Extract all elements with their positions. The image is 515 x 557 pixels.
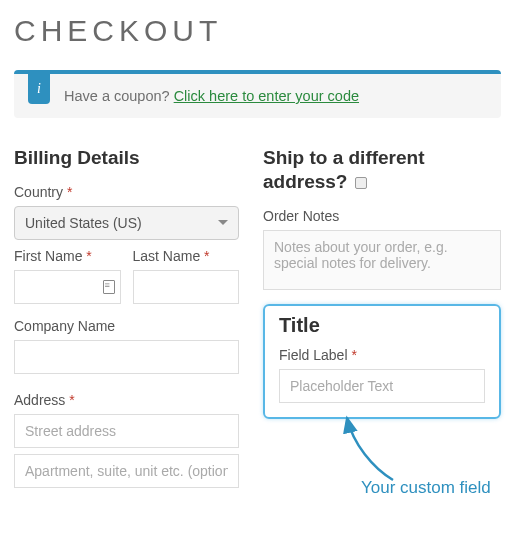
required-marker: * — [69, 392, 74, 408]
custom-field-box: Title Field Label * — [263, 304, 501, 419]
billing-heading: Billing Details — [14, 146, 239, 170]
last-name-input[interactable] — [133, 270, 240, 304]
address-label-text: Address — [14, 392, 65, 408]
company-input[interactable] — [14, 340, 239, 374]
first-name-label-text: First Name — [14, 248, 82, 264]
address-line1-input[interactable] — [14, 414, 239, 448]
required-marker: * — [204, 248, 209, 264]
country-label-text: Country — [14, 184, 63, 200]
annotation-arrow-icon — [333, 414, 413, 486]
order-notes-label: Order Notes — [263, 208, 501, 224]
order-notes-input[interactable] — [263, 230, 501, 290]
custom-field-label-text: Field Label — [279, 347, 348, 363]
required-marker: * — [86, 248, 91, 264]
coupon-notice: i Have a coupon? Click here to enter you… — [14, 70, 501, 118]
required-marker: * — [351, 347, 356, 363]
custom-field-title: Title — [279, 314, 485, 337]
coupon-notice-text: Have a coupon? — [64, 88, 174, 104]
company-label: Company Name — [14, 318, 239, 334]
custom-field-label: Field Label * — [279, 347, 485, 363]
country-select[interactable]: United States (US) — [14, 206, 239, 240]
country-label: Country * — [14, 184, 239, 200]
coupon-link[interactable]: Click here to enter your code — [174, 88, 359, 104]
ship-different-checkbox[interactable] — [355, 177, 367, 189]
ship-heading: Ship to a different address? — [263, 146, 501, 194]
address-label: Address * — [14, 392, 239, 408]
info-icon: i — [28, 74, 50, 104]
address-line2-input[interactable] — [14, 454, 239, 488]
country-value: United States (US) — [25, 215, 142, 231]
page-title: CHECKOUT — [14, 14, 501, 48]
custom-field-input[interactable] — [279, 369, 485, 403]
last-name-label-text: Last Name — [133, 248, 201, 264]
contact-card-icon — [103, 280, 115, 294]
last-name-label: Last Name * — [133, 248, 240, 264]
annotation-label: Your custom field — [361, 478, 491, 498]
required-marker: * — [67, 184, 72, 200]
chevron-down-icon — [218, 220, 228, 225]
first-name-label: First Name * — [14, 248, 121, 264]
ship-heading-text: Ship to a different address? — [263, 147, 425, 192]
